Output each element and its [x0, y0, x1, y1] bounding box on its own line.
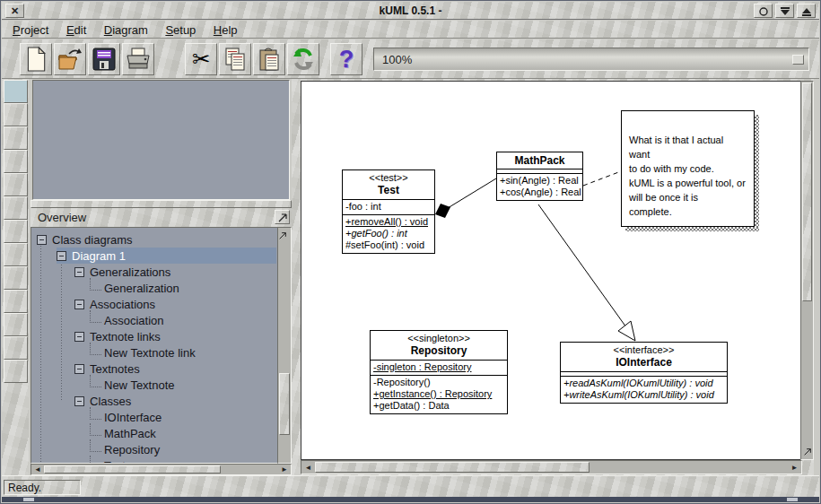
- generalization-line: [538, 204, 626, 327]
- class-name: IOInterface: [563, 356, 725, 369]
- resize-grip[interactable]: [787, 498, 798, 501]
- scroll-right-icon: ►: [789, 462, 800, 473]
- class-box-test[interactable]: <<test>> Test -foo : int +removeAll() : …: [342, 169, 435, 254]
- overview-thumbnail[interactable]: [32, 80, 290, 200]
- class-name: Test: [345, 184, 432, 196]
- class-name: MathPack: [499, 154, 581, 167]
- stereotype-label: <<singleton>>: [372, 333, 505, 343]
- palette-tool-4[interactable]: [4, 150, 28, 173]
- attributes-compartment: -foo : int: [343, 199, 434, 214]
- palette-tool-5[interactable]: [4, 173, 28, 196]
- overview-header-label: Overview: [38, 211, 86, 224]
- menu-setup[interactable]: Setup: [162, 22, 198, 38]
- palette-tool-13[interactable]: [4, 360, 28, 383]
- clipboard-icon: [257, 47, 282, 72]
- canvas-area: <<test>> Test -foo : int +removeAll() : …: [301, 79, 814, 475]
- scroll-left-icon: ◄: [32, 465, 43, 474]
- tree-item-associations[interactable]: Associations: [33, 296, 276, 312]
- palette-tool-9[interactable]: [4, 266, 28, 290]
- cut-button[interactable]: ✂: [185, 43, 217, 75]
- palette-tool-7[interactable]: [4, 220, 28, 243]
- open-folder-icon: [57, 47, 83, 72]
- diagonal-arrow-icon: [803, 448, 812, 456]
- zoom-dropdown-button[interactable]: [792, 55, 804, 65]
- scroll-right-icon: ►: [279, 465, 290, 474]
- palette-tool-3[interactable]: [4, 126, 28, 150]
- collapse-icon[interactable]: [57, 251, 66, 261]
- tree-item-classes[interactable]: Classes: [33, 393, 276, 409]
- collapse-icon[interactable]: [74, 364, 84, 374]
- window-title: kUML 0.5.1 -: [2, 4, 819, 17]
- class-box-iointerface[interactable]: <<interface>> IOInterface +readAsKuml(IO…: [560, 342, 728, 404]
- operations-compartment: +removeAll() : void +getFoo() : int #set…: [343, 214, 434, 253]
- class-box-repository[interactable]: <<singleton>> Repository -singleton : Re…: [370, 330, 508, 414]
- tree-item-repository[interactable]: Repository: [33, 441, 276, 457]
- diagram-tree[interactable]: Class diagrams Diagram 1 Generalizations…: [31, 227, 292, 464]
- minimize-button[interactable]: [775, 4, 794, 18]
- print-button[interactable]: [122, 43, 154, 75]
- help-button[interactable]: ?: [330, 43, 362, 75]
- title-bar[interactable]: ✕ kUML 0.5.1 -: [2, 2, 819, 20]
- copy-button[interactable]: [219, 43, 251, 75]
- diagram-canvas[interactable]: <<test>> Test -foo : int +removeAll() : …: [301, 81, 802, 460]
- palette-tool-6[interactable]: [4, 196, 28, 220]
- new-document-button[interactable]: [20, 43, 52, 75]
- down-triangle-icon: [781, 7, 790, 16]
- tree-item-generalizations[interactable]: Generalizations: [33, 264, 276, 280]
- tree-item-diagram-1[interactable]: Diagram 1: [33, 248, 276, 264]
- sticky-button[interactable]: [754, 4, 773, 18]
- window-resize-border[interactable]: [2, 497, 819, 502]
- collapse-icon[interactable]: [74, 396, 84, 406]
- tree-item-new-textnote-link[interactable]: New Textnote link: [33, 344, 276, 361]
- zoom-combo[interactable]: 100%: [373, 48, 809, 71]
- save-button[interactable]: [88, 43, 120, 75]
- canvas-vertical-scrollbar[interactable]: [800, 81, 814, 460]
- menu-project[interactable]: Project: [10, 22, 51, 38]
- palette-tool-12[interactable]: [4, 336, 28, 360]
- stereotype-label: <<test>>: [345, 172, 432, 183]
- help-question-icon: ?: [334, 47, 359, 72]
- tree-horizontal-scrollbar[interactable]: ◄ ►: [31, 464, 292, 475]
- tree-item-test[interactable]: Test: [33, 457, 276, 464]
- canvas-horizontal-scrollbar[interactable]: ◄ ►: [301, 460, 802, 474]
- menu-edit[interactable]: Edit: [64, 22, 89, 38]
- diagonal-arrow-icon: [278, 231, 287, 240]
- overview-header: Overview: [31, 208, 292, 227]
- panner-button[interactable]: [275, 210, 290, 224]
- tree-item-association[interactable]: Association: [33, 312, 276, 328]
- palette-tool-10[interactable]: [4, 290, 28, 313]
- tree-item-new-textnote[interactable]: New Textnote: [33, 377, 276, 393]
- collapse-icon[interactable]: [74, 332, 84, 342]
- printer-icon: [126, 47, 151, 72]
- tree-item-mathpack[interactable]: MathPack: [33, 425, 276, 441]
- scissors-icon: ✂: [188, 47, 214, 72]
- palette-tool-2[interactable]: [4, 103, 28, 126]
- class-box-mathpack[interactable]: MathPack +sin(Angle) : Real +cos(Angle) …: [496, 152, 583, 201]
- tree-item-textnote-links[interactable]: Textnote links: [33, 328, 276, 344]
- palette-select-tool[interactable]: [4, 80, 28, 103]
- main-splitter[interactable]: [292, 79, 301, 475]
- tree-item-textnotes[interactable]: Textnotes: [33, 361, 276, 377]
- maximize-button[interactable]: [797, 4, 816, 18]
- collapse-icon[interactable]: [74, 267, 84, 277]
- tree-vertical-scrollbar[interactable]: [277, 227, 292, 464]
- paste-button[interactable]: [253, 43, 285, 75]
- collapse-icon[interactable]: [74, 300, 84, 309]
- menu-help[interactable]: Help: [211, 22, 240, 38]
- collapse-icon[interactable]: [37, 235, 47, 245]
- panel-splitter[interactable]: [31, 200, 292, 208]
- new-document-icon: [23, 47, 48, 72]
- palette-tool-11[interactable]: [4, 313, 28, 336]
- open-button[interactable]: [54, 43, 86, 75]
- resize-grip[interactable]: [23, 498, 34, 501]
- menu-diagram[interactable]: Diagram: [101, 22, 151, 38]
- textnote-link-line: [583, 171, 621, 186]
- operations-compartment: +readAsKuml(IOKumlUtility) : void +write…: [561, 376, 727, 403]
- tree-item-iointerface[interactable]: IOInterface: [33, 409, 276, 425]
- tree-item-class-diagrams[interactable]: Class diagrams: [33, 231, 276, 248]
- text-note[interactable]: What is it that I actual want to do with…: [621, 110, 755, 227]
- palette-tool-8[interactable]: [4, 243, 28, 266]
- refresh-button[interactable]: [287, 43, 319, 75]
- tree-item-generalization[interactable]: Generalization: [33, 280, 276, 296]
- circle-icon: [759, 7, 768, 16]
